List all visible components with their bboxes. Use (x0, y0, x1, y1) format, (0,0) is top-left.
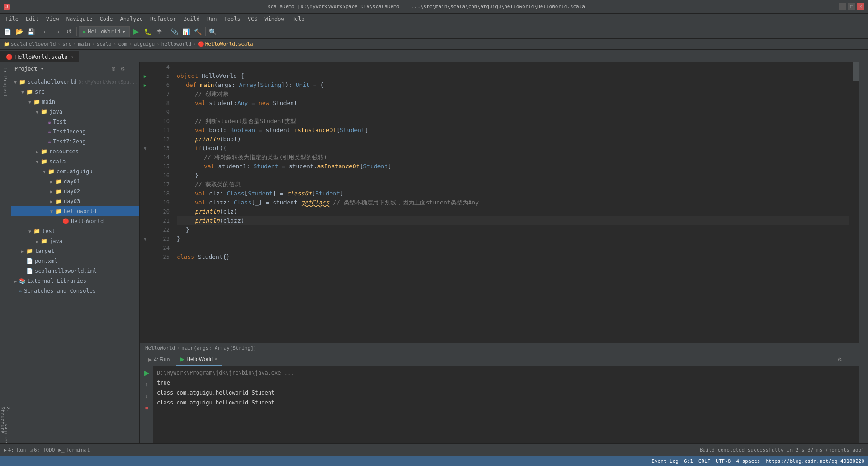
event-log-link[interactable]: Event Log (651, 458, 679, 464)
crlf-info[interactable]: CRLF (698, 458, 711, 464)
scala-file-icon: 🔴 (198, 41, 204, 47)
menu-edit[interactable]: Edit (22, 15, 42, 23)
run-marker-5[interactable]: ▶ (144, 73, 147, 79)
toolbar-save-button[interactable]: 💾 (25, 26, 36, 37)
maximize-button[interactable]: □ (848, 3, 855, 10)
gutter-23[interactable]: ▼ (140, 234, 151, 243)
toolbar-forward-button[interactable]: → (52, 26, 63, 37)
debug-button[interactable]: 🐛 (142, 26, 153, 37)
todo-tool-button[interactable]: ☑ 6: TODO (29, 447, 55, 453)
project-icon[interactable]: 1: Project (0, 64, 11, 100)
menu-file[interactable]: File (2, 15, 22, 23)
toolbar-back-button[interactable]: ← (40, 26, 51, 37)
menu-view[interactable]: View (42, 15, 63, 23)
tree-external-libraries[interactable]: ▶ 📚 External Libraries (11, 276, 139, 286)
tree-com-atguigu[interactable]: ▼ 📁 com.atguigu (11, 166, 139, 176)
menu-refactor[interactable]: Refactor (146, 15, 180, 23)
menu-window[interactable]: Window (261, 15, 288, 23)
gutter-5[interactable]: ▶ (140, 71, 151, 81)
breadcrumb-file[interactable]: 🔴 HelloWorld.scala (198, 41, 253, 47)
menu-code[interactable]: Code (96, 15, 117, 23)
menu-analyze[interactable]: Analyze (116, 15, 146, 23)
fold-marker-23[interactable]: ▼ (144, 236, 147, 242)
favorites-icon[interactable]: Favorites (1, 433, 10, 442)
run-scroll-bottom[interactable]: ↓ (142, 391, 151, 401)
editor-scrollbar[interactable] (853, 62, 859, 343)
run-again-button[interactable]: ▶ (142, 368, 151, 378)
tab-close-button[interactable]: × (71, 54, 73, 59)
code-editor[interactable]: ▶ ▶ ▼ ▼ (140, 62, 859, 343)
tree-test-java[interactable]: ☕ Test (11, 117, 139, 127)
close-button[interactable]: × (857, 3, 864, 10)
breadcrumb-src[interactable]: src (62, 41, 71, 47)
run-tab-4[interactable]: ▶ 4: Run (143, 354, 174, 366)
tree-helloworld-file[interactable]: 🔴 HelloWorld (11, 216, 139, 226)
run-tab-helloworld[interactable]: ▶ HelloWorld × (176, 354, 222, 366)
breadcrumb-com[interactable]: com (118, 41, 127, 47)
tree-scratches[interactable]: ✏️ Scratches and Consoles (11, 286, 139, 296)
menu-run[interactable]: Run (203, 15, 221, 23)
menu-build[interactable]: Build (180, 15, 203, 23)
tree-pom[interactable]: 📄 pom.xml (11, 256, 139, 266)
arrow-icon: ▶ (34, 239, 40, 244)
breadcrumb-scala[interactable]: scala (97, 41, 112, 47)
breadcrumb-helloworld[interactable]: helloworld (161, 41, 191, 47)
panel-locate-button[interactable]: ⊕ (109, 65, 118, 73)
toolbar-open-button[interactable]: 📂 (14, 26, 24, 37)
run-marker-6[interactable]: ▶ (144, 82, 147, 88)
run-settings-button[interactable]: ⚙ (835, 355, 844, 365)
code-content[interactable]: object HelloWorld { def main (args: Arra… (173, 62, 853, 343)
tree-day01[interactable]: ▶ 📁 day01 (11, 176, 139, 186)
indent-info[interactable]: 4 spaces (736, 458, 760, 464)
csdn-link[interactable]: https://blog.csdn.net/qq_40180220 (765, 458, 864, 464)
breadcrumb-atguigu[interactable]: atguigu (134, 41, 155, 47)
tree-testzizeng[interactable]: ☕ TestZiZeng (11, 137, 139, 147)
tree-main[interactable]: ▼ 📁 main (11, 97, 139, 107)
breadcrumb-scalahelloworld[interactable]: 📁 scalahelloworld (4, 41, 56, 47)
tree-testjeceng[interactable]: ☕ TestJeceng (11, 127, 139, 137)
terminal-tool-button[interactable]: ▶_ Terminal (58, 447, 90, 453)
tree-day02[interactable]: ▶ 📁 day02 (11, 186, 139, 196)
gutter-6[interactable]: ▶ (140, 81, 151, 90)
menu-help[interactable]: Help (288, 15, 308, 23)
run-config-selector[interactable]: ▶ HelloWorld ▾ (79, 26, 130, 37)
utf8-info[interactable]: UTF-8 (716, 458, 731, 464)
toolbar-refresh-button[interactable]: ↺ (64, 26, 75, 37)
run-close-button[interactable]: — (845, 355, 855, 365)
run-stop-button[interactable]: ■ (142, 403, 151, 413)
tab-helloworld-scala[interactable]: 🔴 HelloWorld.scala × (0, 51, 79, 62)
run-tool-button[interactable]: ▶ 4: Run (4, 447, 26, 453)
structure-icon[interactable]: 2: Structure (1, 415, 10, 424)
attach-button[interactable]: 📎 (169, 26, 180, 37)
arrow-icon: ▶ (49, 189, 54, 194)
menu-tools[interactable]: Tools (221, 15, 244, 23)
tree-resources[interactable]: ▶ 📁 resources (11, 147, 139, 157)
tree-target[interactable]: ▶ 📁 target (11, 246, 139, 256)
tree-java[interactable]: ▼ 📁 java (11, 107, 139, 117)
gutter-13[interactable]: ▼ (140, 144, 151, 153)
minimize-button[interactable]: — (839, 3, 846, 10)
panel-minimize-button[interactable]: — (127, 65, 136, 73)
run-scroll-top[interactable]: ↑ (142, 380, 151, 390)
tree-day03[interactable]: ▶ 📁 day03 (11, 196, 139, 206)
build-button[interactable]: 🔨 (193, 26, 203, 37)
tree-iml[interactable]: 📄 scalahelloworld.iml (11, 266, 139, 276)
coverage-button[interactable]: ☂ (154, 26, 165, 37)
profiler-button[interactable]: 📊 (181, 26, 192, 37)
panel-settings-button[interactable]: ⚙ (118, 65, 127, 73)
breadcrumb-main[interactable]: main (78, 41, 90, 47)
scrollbar-thumb[interactable] (853, 62, 859, 81)
menu-vcs[interactable]: VCS (244, 15, 261, 23)
tree-test-java-folder[interactable]: ▶ 📁 java (11, 236, 139, 246)
tree-scala-folder[interactable]: ▼ 📁 scala (11, 157, 139, 166)
toolbar-new-button[interactable]: 📄 (2, 26, 13, 37)
tree-test[interactable]: ▼ 📁 test (11, 226, 139, 236)
tree-helloworld-folder[interactable]: ▼ 📁 helloworld (11, 206, 139, 216)
search-everywhere-button[interactable]: 🔍 (208, 26, 218, 37)
fold-marker-13[interactable]: ▼ (144, 146, 147, 152)
menu-navigate[interactable]: Navigate (63, 15, 96, 23)
tree-scalahelloworld[interactable]: ▼ 📁 scalahelloworld D:\MyWork\WorkSpa... (11, 77, 139, 87)
run-button[interactable]: ▶ (131, 26, 142, 37)
tree-src[interactable]: ▼ 📁 src (11, 87, 139, 97)
run-tab-close[interactable]: × (215, 357, 217, 361)
